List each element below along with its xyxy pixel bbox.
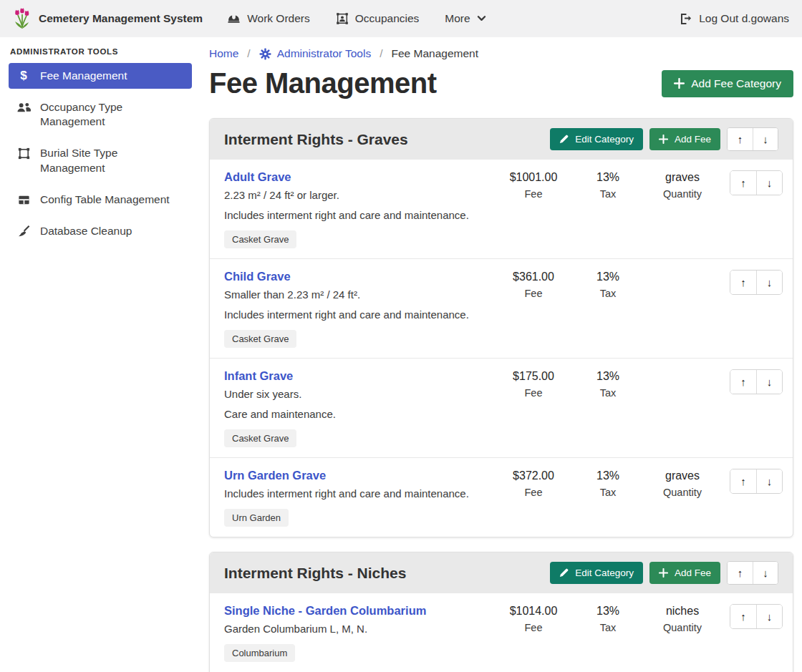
brand-title: Cemetery Management System: [39, 12, 203, 25]
quantity-value: graves: [645, 171, 720, 184]
hard-hat-icon: [227, 12, 241, 26]
fee-amount: $175.00: [496, 370, 571, 383]
fee-badge: Urn Garden: [224, 509, 289, 527]
quantity-label: Quantity: [645, 622, 720, 633]
fee-desc-2: Care and maintenance.: [224, 406, 491, 423]
fee-amount-col: $361.00 Fee: [496, 271, 571, 299]
fee-label: Fee: [496, 487, 571, 498]
move-category-up-button[interactable]: ↑: [728, 128, 753, 150]
add-fee-button[interactable]: Add Fee: [649, 128, 720, 150]
tax-value: 13%: [571, 271, 645, 283]
fee-details: Adult Grave 2.23 m² / 24 ft² or larger. …: [224, 170, 496, 248]
breadcrumb-home-link[interactable]: Home: [209, 47, 238, 60]
tax-value: 13%: [571, 605, 645, 618]
fee-desc-2: Includes interment right and care and ma…: [224, 306, 491, 323]
sidebar-item-occupancy-type[interactable]: Occupancy Type Management: [9, 94, 192, 135]
nav-item-work-orders[interactable]: Work Orders: [227, 12, 310, 26]
fee-category-card: Interment Rights - Niches Edit Category …: [209, 552, 793, 672]
breadcrumb: Home /: [209, 47, 793, 60]
tax-label: Tax: [571, 487, 645, 498]
quantity-label: Quantity: [645, 188, 720, 200]
tax-label: Tax: [571, 188, 645, 200]
fee-name-link[interactable]: Single Niche - Garden Columbarium: [224, 604, 426, 618]
fee-details: Infant Grave Under six years. Care and m…: [224, 369, 496, 447]
fee-desc-1: Under six years.: [224, 386, 491, 403]
move-fee-up-button[interactable]: ↑: [730, 271, 756, 294]
fee-name-link[interactable]: Urn Garden Grave: [224, 469, 326, 482]
move-fee-down-button[interactable]: ↓: [756, 605, 782, 628]
fee-amount-col: $175.00 Fee: [496, 370, 571, 399]
move-fee-up-button[interactable]: ↑: [730, 370, 756, 394]
fee-amount: $372.00: [496, 469, 571, 482]
fee-list: Single Niche - Garden Columbarium Garden…: [210, 593, 793, 672]
move-category-down-button[interactable]: ↓: [753, 562, 778, 584]
sidebar-item-burial-site-type[interactable]: Burial Site Type Management: [9, 140, 192, 180]
fee-list: Adult Grave 2.23 m² / 24 ft² or larger. …: [210, 160, 793, 537]
fee-columns: $1014.00 Fee 13% Tax niches Quantity: [496, 604, 720, 633]
add-fee-category-button[interactable]: Add Fee Category: [662, 70, 793, 97]
move-fee-down-button[interactable]: ↓: [756, 171, 782, 195]
tax-col: 13% Tax: [571, 469, 645, 498]
fee-label: Fee: [496, 288, 571, 299]
fee-details: Urn Garden Grave Includes interment righ…: [224, 469, 496, 527]
add-fee-label: Add Fee: [675, 568, 711, 578]
logout-button[interactable]: Log Out d.gowans: [679, 12, 789, 26]
sidebar-item-label: Config Table Management: [40, 193, 170, 207]
edit-category-button[interactable]: Edit Category: [550, 128, 643, 150]
category-reorder-group: ↑ ↓: [727, 127, 778, 151]
category-actions: Edit Category Add Fee ↑ ↓: [550, 561, 778, 585]
page-title: Fee Management: [209, 67, 437, 99]
edit-category-label: Edit Category: [575, 134, 634, 145]
category-reorder-group: ↑ ↓: [727, 561, 778, 585]
edit-category-button[interactable]: Edit Category: [550, 562, 643, 584]
move-fee-up-button[interactable]: ↑: [730, 469, 756, 493]
fee-desc-1: 2.23 m² / 24 ft² or larger.: [224, 187, 491, 204]
nav-item-label: Work Orders: [247, 12, 310, 25]
main-content: Home /: [200, 37, 802, 672]
tax-label: Tax: [571, 622, 645, 633]
fee-desc-1: Smaller than 2.23 m² / 24 ft².: [224, 286, 491, 303]
quantity-col: niches Quantity: [645, 605, 720, 633]
fee-name-link[interactable]: Child Grave: [224, 270, 291, 283]
app-brand[interactable]: Cemetery Management System: [13, 8, 203, 29]
move-fee-down-button[interactable]: ↓: [756, 469, 782, 493]
fee-reorder-group: ↑ ↓: [730, 170, 783, 195]
move-fee-up-button[interactable]: ↑: [730, 171, 756, 195]
edit-category-label: Edit Category: [575, 568, 634, 578]
tax-col: 13% Tax: [571, 271, 645, 299]
move-category-up-button[interactable]: ↑: [728, 562, 753, 584]
fee-desc-2: Includes interment right and care and ma…: [224, 207, 491, 224]
nav-links: Work Orders Occupancies More: [227, 12, 486, 26]
move-fee-down-button[interactable]: ↓: [756, 370, 782, 394]
gear-icon: [259, 48, 271, 60]
fee-amount-col: $1001.00 Fee: [496, 171, 571, 200]
add-fee-button[interactable]: Add Fee: [649, 562, 720, 584]
move-category-down-button[interactable]: ↓: [753, 128, 778, 150]
fee-row: Adult Grave 2.23 m² / 24 ft² or larger. …: [210, 160, 793, 258]
fee-row: Child Grave Smaller than 2.23 m² / 24 ft…: [210, 258, 793, 358]
nav-item-label: More: [445, 12, 470, 25]
breadcrumb-admin-tools-label: Administrator Tools: [277, 47, 372, 60]
sidebar-item-config-table[interactable]: Config Table Management: [9, 187, 192, 213]
move-fee-down-button[interactable]: ↓: [756, 271, 782, 294]
sidebar-item-fee-management[interactable]: $ Fee Management: [9, 63, 192, 89]
fee-reorder-group: ↑ ↓: [730, 369, 783, 394]
sidebar-item-database-cleanup[interactable]: Database Cleanup: [9, 218, 192, 244]
nav-item-occupancies[interactable]: Occupancies: [336, 12, 420, 25]
selection-frame-icon: [16, 147, 32, 160]
plus-icon: [659, 135, 668, 144]
quantity-value: graves: [645, 469, 720, 482]
nav-item-label: Occupancies: [355, 12, 420, 25]
fee-label: Fee: [496, 188, 571, 200]
quantity-label: Quantity: [645, 487, 720, 498]
fee-badge: Casket Grave: [224, 330, 296, 348]
fee-name-link[interactable]: Infant Grave: [224, 369, 293, 383]
fee-name-link[interactable]: Adult Grave: [224, 170, 291, 184]
quantity-col: graves Quantity: [645, 469, 720, 498]
category-list: Interment Rights - Graves Edit Category …: [209, 118, 793, 672]
breadcrumb-admin-tools-link[interactable]: Administrator Tools: [259, 47, 372, 60]
fee-category-card: Interment Rights - Graves Edit Category …: [209, 118, 793, 537]
nav-item-more[interactable]: More: [445, 12, 485, 25]
move-fee-up-button[interactable]: ↑: [730, 605, 756, 628]
dollar-icon: $: [16, 69, 32, 82]
